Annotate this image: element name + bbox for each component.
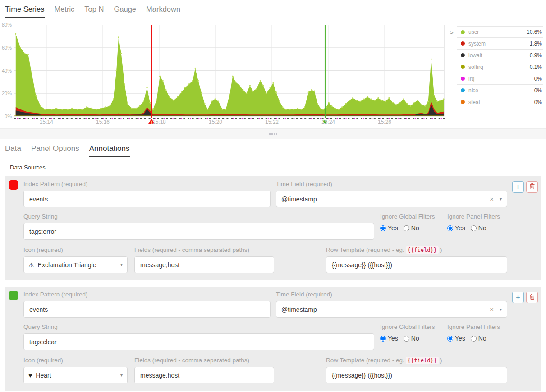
index-pattern-input[interactable]	[23, 191, 271, 207]
index-pattern-input[interactable]	[23, 301, 271, 318]
series-color-dot	[461, 41, 465, 46]
row-template-label: Row Template (required - eg.{{field}})	[326, 357, 507, 364]
ignore-global-filters-group: Ignore Global Filters Yes No	[380, 324, 446, 342]
query-string-label: Query String	[23, 213, 374, 220]
tab-panel-options[interactable]: Panel Options	[31, 142, 80, 157]
series-value: 0.1%	[530, 64, 543, 70]
ignore-panel-yes-radio[interactable]	[447, 336, 453, 342]
add-annotation-button[interactable]: +	[512, 292, 524, 303]
radio-no-label[interactable]: No	[478, 224, 486, 232]
svg-text:15:26: 15:26	[378, 119, 391, 125]
annotations-subtabs: Data Sources	[0, 157, 546, 176]
series-color-dot	[461, 65, 465, 69]
ignore-global-no-radio[interactable]	[404, 336, 409, 342]
index-pattern-label: Index Pattern (required)	[23, 181, 271, 187]
y-axis-tick-label: 80%	[0, 22, 12, 27]
tab-gauge[interactable]: Gauge	[113, 1, 137, 18]
ignore-global-yes-radio[interactable]	[380, 336, 386, 342]
tab-data[interactable]: Data	[5, 142, 22, 157]
time-field-combobox[interactable]: @timestamp × ▾	[276, 191, 507, 207]
ignore-global-no-radio[interactable]	[404, 225, 409, 231]
legend-item-system[interactable]: system 1.8%	[457, 38, 543, 50]
timeseries-plot[interactable]: !♥15:1415:1615:1815:2015:2215:2415:26	[14, 25, 445, 126]
trash-icon	[530, 183, 535, 191]
clear-icon[interactable]: ×	[490, 305, 494, 313]
legend-collapse-chevron-icon[interactable]: >	[448, 29, 455, 36]
tsvb-editor: Time Series Metric Top N Gauge Markdown …	[0, 0, 546, 391]
row-template-input[interactable]	[326, 256, 507, 273]
radio-yes-label[interactable]: Yes	[388, 224, 398, 232]
fields-input[interactable]	[134, 367, 274, 383]
field-code-sample: {{field}}	[406, 357, 439, 364]
tab-annotations[interactable]: Annotations	[89, 142, 130, 157]
legend-item-user[interactable]: user 10.6%	[457, 26, 543, 38]
time-field-value: @timestamp	[281, 306, 490, 313]
series-color-dot	[461, 100, 465, 104]
ignore-global-yes-radio[interactable]	[380, 225, 386, 231]
legend-item-softirq[interactable]: softirq 0.1%	[457, 61, 543, 73]
svg-text:15:22: 15:22	[265, 119, 279, 125]
row-template-label: Row Template (required - eg.{{field}})	[326, 246, 507, 253]
legend-item-nice[interactable]: nice 0%	[457, 85, 543, 96]
y-axis-tick-label: 0%	[0, 114, 12, 119]
exclamation-triangle-icon: ⚠	[28, 261, 34, 269]
series-value: 10.6%	[527, 29, 543, 35]
query-string-input[interactable]	[23, 223, 374, 240]
icon-select[interactable]: ⚠ Exclamation Triangle ▾	[23, 256, 128, 273]
legend-item-irq[interactable]: irq 0%	[457, 73, 543, 85]
caret-down-icon: ▾	[120, 262, 123, 267]
tab-top-n[interactable]: Top N	[84, 1, 104, 18]
fields-label: Fields (required - comma separated paths…	[134, 357, 274, 364]
radio-yes-label[interactable]: Yes	[455, 224, 465, 232]
add-annotation-button[interactable]: +	[512, 181, 524, 193]
legend-item-steal[interactable]: steal 0%	[457, 96, 543, 108]
radio-yes-label[interactable]: Yes	[388, 335, 398, 342]
tab-metric[interactable]: Metric	[54, 1, 75, 18]
ignore-panel-filters-group: Ignore Panel Filters Yes No	[447, 324, 513, 342]
series-name: user	[468, 29, 479, 35]
annotation-source-card: Index Pattern (required) Time Field (req…	[5, 287, 541, 391]
tab-time-series[interactable]: Time Series	[5, 1, 45, 18]
svg-text:15:24: 15:24	[321, 119, 335, 125]
svg-text:15:16: 15:16	[96, 119, 110, 125]
annotation-source-card: Index Pattern (required) Time Field (req…	[5, 176, 541, 280]
index-pattern-label: Index Pattern (required)	[23, 291, 271, 298]
series-value: 0%	[534, 99, 543, 105]
series-value: 1.8%	[530, 41, 543, 47]
query-string-input[interactable]	[23, 333, 374, 350]
series-name: system	[468, 41, 486, 47]
radio-yes-label[interactable]: Yes	[455, 335, 465, 342]
series-name: iowait	[468, 52, 482, 59]
radio-no-label[interactable]: No	[411, 224, 419, 232]
delete-annotation-button[interactable]	[526, 292, 538, 303]
color-swatch[interactable]	[9, 291, 18, 300]
legend-item-iowait[interactable]: iowait 0.9%	[457, 50, 543, 61]
delete-annotation-button[interactable]	[526, 181, 538, 193]
clear-icon[interactable]: ×	[490, 195, 494, 203]
trash-icon	[530, 294, 535, 301]
ignore-panel-no-radio[interactable]	[471, 336, 477, 342]
ignore-global-filters-label: Ignore Global Filters	[380, 324, 446, 330]
resize-handle[interactable]	[0, 128, 546, 139]
radio-no-label[interactable]: No	[478, 335, 486, 342]
tab-markdown[interactable]: Markdown	[146, 1, 181, 18]
ignore-panel-filters-group: Ignore Panel Filters Yes No	[447, 213, 513, 232]
series-name: irq	[468, 76, 474, 82]
chart-area: !♥15:1415:1615:1815:2015:2215:2415:26 0%…	[14, 25, 445, 128]
y-axis-tick-label: 20%	[0, 91, 12, 96]
svg-text:15:14: 15:14	[40, 119, 53, 125]
ignore-global-filters-group: Ignore Global Filters Yes No	[380, 213, 446, 232]
series-color-dot	[461, 30, 465, 34]
icon-label: Icon (required)	[23, 357, 128, 364]
icon-select-value: Heart	[36, 372, 51, 379]
row-template-input[interactable]	[326, 367, 507, 383]
ignore-panel-filters-label: Ignore Panel Filters	[447, 213, 513, 220]
time-field-combobox[interactable]: @timestamp × ▾	[276, 301, 507, 318]
icon-select[interactable]: ♥ Heart ▾	[23, 367, 128, 383]
color-swatch[interactable]	[9, 180, 18, 190]
radio-no-label[interactable]: No	[411, 335, 419, 342]
fields-input[interactable]	[134, 256, 274, 273]
ignore-panel-no-radio[interactable]	[471, 225, 477, 231]
ignore-panel-yes-radio[interactable]	[447, 225, 453, 231]
subtab-data-sources[interactable]: Data Sources	[10, 164, 46, 173]
